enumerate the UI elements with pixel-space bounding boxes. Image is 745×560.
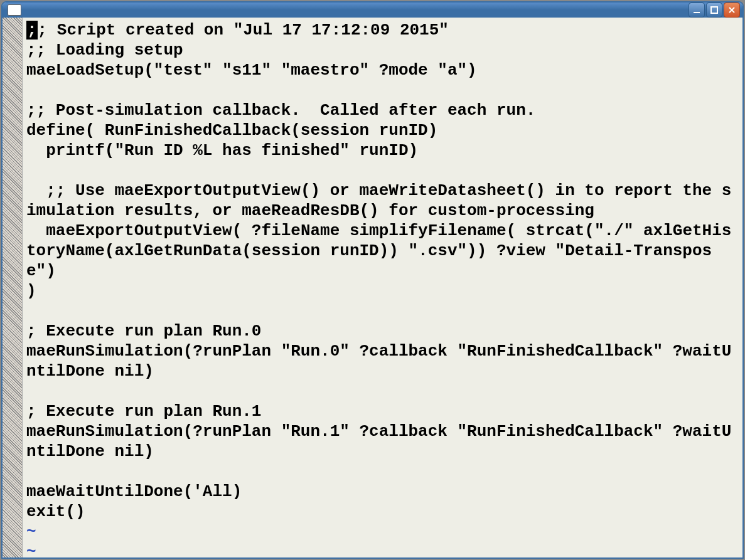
editor-gutter: [3, 18, 23, 559]
maximize-icon: [710, 6, 719, 14]
empty-line-tilde: ~: [26, 542, 36, 559]
minimize-icon: [692, 6, 701, 14]
svg-rect-0: [694, 12, 700, 13]
editor-cursor: ;: [26, 21, 38, 40]
titlebar-left: [5, 4, 25, 16]
empty-line-tilde: ~: [26, 522, 36, 541]
code-editor[interactable]: ;; Script created on "Jul 17 17:12:09 20…: [23, 18, 742, 559]
minimize-button[interactable]: [689, 3, 705, 18]
app-icon: [8, 4, 21, 16]
close-button[interactable]: [724, 3, 740, 18]
window-controls: [689, 3, 740, 18]
titlebar[interactable]: [3, 3, 742, 18]
terminal-window: ;; Script created on "Jul 17 17:12:09 20…: [1, 1, 744, 559]
editor-wrap: ;; Script created on "Jul 17 17:12:09 20…: [3, 18, 742, 559]
svg-rect-1: [711, 7, 717, 13]
close-icon: [727, 6, 736, 14]
maximize-button[interactable]: [706, 3, 722, 18]
